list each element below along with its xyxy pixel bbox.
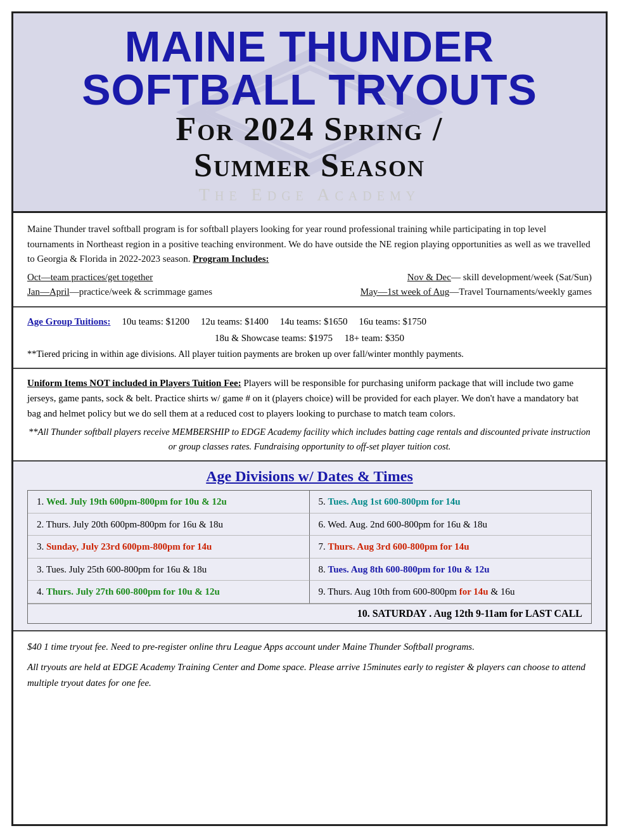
tryout-cell-7: 7. Thurs. Aug 3rd 600-800pm for 14u [310,536,592,559]
tryout-num-4: 4. [37,586,46,597]
tryout-num-5: 5. [319,496,328,507]
tuition-10u: 10u teams: $1200 [122,314,189,329]
intro-paragraph: Maine Thunder travel softball program is… [27,224,590,264]
last-call-text: 10. SATURDAY . Aug 12th 9-11am for LAST … [357,608,582,619]
tuition-12u: 12u teams: $1400 [201,314,269,329]
tryout-cell-5: 5. Tues. Aug 1st 600-800pm for 14u [310,491,592,514]
tuition-label: Age Group Tuitions: [27,314,110,329]
tryout-cell-3b: 3. Tues. July 25th 600-800pm for 16u & 1… [28,559,310,581]
tuition-14u: 14u teams: $1650 [280,314,348,329]
tryout-num-8: 8. [319,564,328,574]
tryout-text-7: Thurs. Aug 3rd 600-800pm for 14u [328,541,469,552]
tuition-row2: 18u & Showcase teams: $1975 18+ team: $3… [27,330,592,346]
footer-line2: All tryouts are held at EDGE Academy Tra… [27,659,592,691]
tryout-cell-1: 1. Wed. July 19th 600pm-800pm for 10u & … [28,491,310,514]
tryout-text-3b: Tues. July 25th 600-800pm for 16u & 18u [46,564,207,574]
tryout-cell-8: 8. Tues. Aug 8th 600-800pm for 10u & 12u [310,559,592,581]
tryout-text-5: Tues. Aug 1st 600-800pm for 14u [328,496,461,507]
tryout-text-1: Wed. July 19th 600pm-800pm for 10u & 12u [46,496,227,507]
schedule-oct: Oct—team practices/get together [27,272,153,282]
tuition-row1: Age Group Tuitions: 10u teams: $1200 12u… [27,314,592,329]
tryout-text-9: Thurs. Aug 10th from 600-800pm for 14u &… [328,586,514,597]
tryout-grid: 1. Wed. July 19th 600pm-800pm for 10u & … [27,490,592,624]
tryout-text-2: Thurs. July 20th 600pm-800pm for 16u & 1… [46,519,223,529]
schedule-right: Nov & Dec— skill development/week (Sat/S… [361,270,592,300]
schedule-may: May—1st week of Aug—Travel Tournaments/w… [361,287,592,297]
schedule-left: Oct—team practices/get together Jan—Apri… [27,270,212,300]
header-subtitle-line2: Summer Season [32,147,587,183]
tryout-num-2: 2. [37,519,46,529]
header-subtitle-line1: for 2024 Spring / [32,111,587,147]
schedule-grid: Oct—team practices/get together Jan—Apri… [27,270,592,300]
schedule-nov: Nov & Dec— skill development/week (Sat/S… [407,272,592,282]
tryout-cell-3a: 3. Sunday, July 23rd 600pm-800pm for 14u [28,536,310,559]
footer-section: $40 1 time tryout fee. Need to pre-regis… [13,631,606,700]
intro-section: Maine Thunder travel softball program is… [13,213,606,307]
tryout-num-7: 7. [319,541,328,552]
tryout-text-6: Wed. Aug. 2nd 600-800pm for 16u & 18u [328,519,487,529]
tryout-num-3b: 3. [37,564,46,574]
header-title-line2: SOFTBALL TRYOUTS [32,68,587,111]
tryout-text-4: Thurs. July 27th 600-800pm for 10u & 12u [46,586,220,597]
membership-note: **All Thunder softball players receive M… [27,425,592,454]
tuition-16u: 16u teams: $1750 [359,314,426,329]
schedule-jan: Jan—April—practice/week & scrimmage game… [27,287,212,297]
header-section: MAINE THUNDER SOFTBALL TRYOUTS for 2024 … [13,13,606,213]
page-wrapper: MAINE THUNDER SOFTBALL TRYOUTS for 2024 … [0,0,619,840]
tryout-cell-2: 2. Thurs. July 20th 600pm-800pm for 16u … [28,514,310,536]
tiered-note: **Tiered pricing in within age divisions… [27,347,592,361]
tryout-14u-label: for 14u [459,586,488,597]
tryout-num-3a: 3. [37,541,46,552]
header-title-line1: MAINE THUNDER [32,25,587,68]
uniform-label: Uniform Items NOT included in Players Tu… [27,378,241,388]
program-includes-label: Program Includes: [193,254,269,264]
tryout-text-8: Tues. Aug 8th 600-800pm for 10u & 12u [328,564,490,574]
tryout-num-1: 1. [37,496,46,507]
footer-line1: $40 1 time tryout fee. Need to pre-regis… [27,639,592,655]
tryout-cell-6: 6. Wed. Aug. 2nd 600-800pm for 16u & 18u [310,514,592,536]
tryout-num-9: 9. [319,586,328,597]
tuition-section: Age Group Tuitions: 10u teams: $1200 12u… [13,307,606,369]
last-call-row: 10. SATURDAY . Aug 12th 9-11am for LAST … [28,604,591,623]
tryout-cell-9: 9. Thurs. Aug 10th from 600-800pm for 14… [310,581,592,604]
tryout-num-6: 6. [319,519,328,529]
uniform-section: Uniform Items NOT included in Players Tu… [13,369,606,462]
tryout-text-3a: Sunday, July 23rd 600pm-800pm for 14u [46,541,212,552]
header-edge-label: The Edge Academy [32,184,587,205]
tryout-cell-4: 4. Thurs. July 27th 600-800pm for 10u & … [28,581,310,604]
age-divisions-title: Age Divisions w/ Dates & Times [27,468,592,485]
age-divisions-section: Age Divisions w/ Dates & Times 1. Wed. J… [13,462,606,631]
main-container: MAINE THUNDER SOFTBALL TRYOUTS for 2024 … [11,11,608,826]
